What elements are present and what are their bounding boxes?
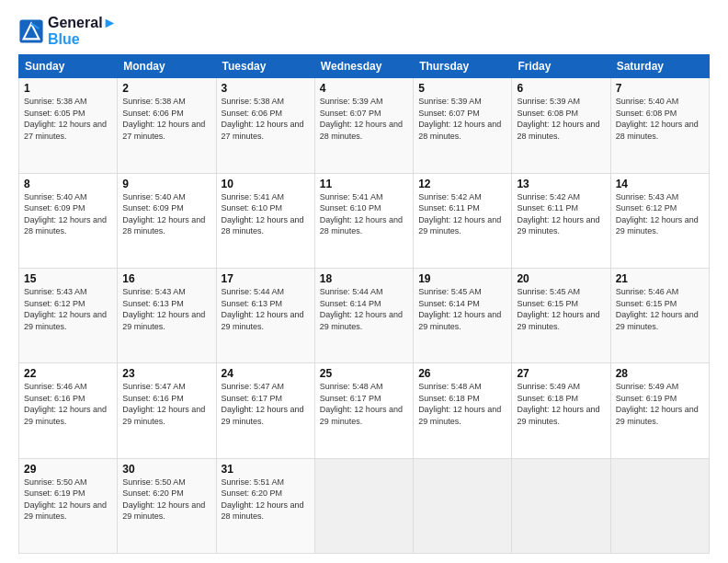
calendar-cell: 23 Sunrise: 5:47 AMSunset: 6:16 PMDaylig… (118, 363, 216, 458)
weekday-header: Friday (512, 55, 610, 78)
calendar-week-row: 8 Sunrise: 5:40 AMSunset: 6:09 PMDayligh… (19, 173, 710, 268)
calendar-cell: 15 Sunrise: 5:43 AMSunset: 6:12 PMDaylig… (19, 268, 118, 362)
day-info: Sunrise: 5:45 AMSunset: 6:15 PMDaylight:… (517, 287, 599, 331)
day-number: 13 (517, 178, 605, 190)
day-info: Sunrise: 5:50 AMSunset: 6:20 PMDaylight:… (122, 477, 205, 522)
calendar-cell: 29 Sunrise: 5:50 AMSunset: 6:19 PMDaylig… (19, 458, 118, 553)
day-info: Sunrise: 5:46 AMSunset: 6:16 PMDaylight:… (24, 382, 107, 426)
logo: General►Blue (18, 15, 117, 47)
calendar-cell: 9 Sunrise: 5:40 AMSunset: 6:09 PMDayligh… (118, 173, 216, 268)
calendar-cell: 5 Sunrise: 5:39 AMSunset: 6:07 PMDayligh… (414, 78, 512, 173)
calendar-cell: 10 Sunrise: 5:41 AMSunset: 6:10 PMDaylig… (216, 173, 314, 268)
calendar-cell: 24 Sunrise: 5:47 AMSunset: 6:17 PMDaylig… (216, 363, 314, 458)
calendar-cell: 25 Sunrise: 5:48 AMSunset: 6:17 PMDaylig… (314, 363, 413, 458)
logo-icon (18, 18, 44, 44)
day-info: Sunrise: 5:40 AMSunset: 6:08 PMDaylight:… (616, 97, 699, 141)
day-number: 28 (616, 367, 704, 380)
calendar-cell: 13 Sunrise: 5:42 AMSunset: 6:11 PMDaylig… (512, 173, 610, 268)
calendar-cell: 1 Sunrise: 5:38 AMSunset: 6:05 PMDayligh… (19, 78, 118, 173)
day-info: Sunrise: 5:39 AMSunset: 6:07 PMDaylight:… (320, 97, 403, 141)
weekday-header: Thursday (414, 55, 512, 78)
calendar-cell (610, 458, 709, 553)
day-info: Sunrise: 5:41 AMSunset: 6:10 PMDaylight:… (320, 192, 403, 236)
calendar-cell: 22 Sunrise: 5:46 AMSunset: 6:16 PMDaylig… (19, 363, 118, 458)
day-info: Sunrise: 5:51 AMSunset: 6:20 PMDaylight:… (222, 477, 304, 522)
page: General►Blue SundayMondayTuesdayWednesda… (0, 0, 728, 563)
day-info: Sunrise: 5:49 AMSunset: 6:18 PMDaylight:… (517, 382, 599, 426)
day-number: 16 (122, 272, 210, 285)
calendar-week-row: 15 Sunrise: 5:43 AMSunset: 6:12 PMDaylig… (19, 268, 710, 362)
day-info: Sunrise: 5:39 AMSunset: 6:08 PMDaylight:… (517, 97, 599, 141)
calendar-cell: 4 Sunrise: 5:39 AMSunset: 6:07 PMDayligh… (314, 78, 413, 173)
day-number: 15 (24, 272, 112, 285)
day-info: Sunrise: 5:46 AMSunset: 6:15 PMDaylight:… (616, 287, 699, 331)
day-number: 14 (616, 178, 704, 190)
logo-text: General►Blue (48, 15, 117, 47)
day-info: Sunrise: 5:39 AMSunset: 6:07 PMDaylight:… (418, 97, 501, 141)
day-number: 1 (24, 82, 112, 95)
calendar-cell (414, 458, 512, 553)
day-info: Sunrise: 5:42 AMSunset: 6:11 PMDaylight:… (418, 192, 501, 236)
day-number: 29 (24, 463, 112, 476)
day-info: Sunrise: 5:43 AMSunset: 6:12 PMDaylight:… (616, 192, 699, 236)
calendar-cell: 18 Sunrise: 5:44 AMSunset: 6:14 PMDaylig… (314, 268, 413, 362)
day-number: 24 (222, 367, 310, 380)
weekday-header: Wednesday (314, 55, 413, 78)
day-info: Sunrise: 5:38 AMSunset: 6:06 PMDaylight:… (122, 97, 205, 141)
calendar-cell: 20 Sunrise: 5:45 AMSunset: 6:15 PMDaylig… (512, 268, 610, 362)
day-number: 8 (24, 178, 112, 190)
calendar-cell: 19 Sunrise: 5:45 AMSunset: 6:14 PMDaylig… (414, 268, 512, 362)
calendar-cell: 7 Sunrise: 5:40 AMSunset: 6:08 PMDayligh… (610, 78, 709, 173)
day-number: 10 (222, 178, 310, 190)
calendar-week-row: 22 Sunrise: 5:46 AMSunset: 6:16 PMDaylig… (19, 363, 710, 458)
calendar-header-row: SundayMondayTuesdayWednesdayThursdayFrid… (19, 55, 710, 78)
day-info: Sunrise: 5:44 AMSunset: 6:14 PMDaylight:… (320, 287, 403, 331)
day-info: Sunrise: 5:47 AMSunset: 6:16 PMDaylight:… (122, 382, 205, 426)
day-info: Sunrise: 5:38 AMSunset: 6:05 PMDaylight:… (24, 97, 107, 141)
logo-line2: Blue (48, 31, 117, 48)
day-info: Sunrise: 5:48 AMSunset: 6:18 PMDaylight:… (418, 382, 501, 426)
logo-line1: General► (48, 15, 117, 31)
day-number: 2 (122, 82, 210, 95)
calendar-cell: 11 Sunrise: 5:41 AMSunset: 6:10 PMDaylig… (314, 173, 413, 268)
day-number: 17 (222, 272, 310, 285)
calendar-table: SundayMondayTuesdayWednesdayThursdayFrid… (18, 54, 710, 554)
calendar-cell: 16 Sunrise: 5:43 AMSunset: 6:13 PMDaylig… (118, 268, 216, 362)
weekday-header: Sunday (19, 55, 118, 78)
calendar-cell: 8 Sunrise: 5:40 AMSunset: 6:09 PMDayligh… (19, 173, 118, 268)
day-info: Sunrise: 5:38 AMSunset: 6:06 PMDaylight:… (222, 97, 304, 141)
day-number: 9 (122, 178, 210, 190)
day-number: 23 (122, 367, 210, 380)
day-info: Sunrise: 5:50 AMSunset: 6:19 PMDaylight:… (24, 477, 107, 522)
calendar-week-row: 29 Sunrise: 5:50 AMSunset: 6:19 PMDaylig… (19, 458, 710, 553)
day-info: Sunrise: 5:43 AMSunset: 6:13 PMDaylight:… (122, 287, 205, 331)
day-number: 4 (320, 82, 408, 95)
day-info: Sunrise: 5:45 AMSunset: 6:14 PMDaylight:… (418, 287, 501, 331)
day-number: 19 (418, 272, 506, 285)
day-info: Sunrise: 5:49 AMSunset: 6:19 PMDaylight:… (616, 382, 699, 426)
weekday-header: Saturday (610, 55, 709, 78)
day-number: 18 (320, 272, 408, 285)
day-number: 22 (24, 367, 112, 380)
calendar-cell: 3 Sunrise: 5:38 AMSunset: 6:06 PMDayligh… (216, 78, 314, 173)
calendar-cell: 26 Sunrise: 5:48 AMSunset: 6:18 PMDaylig… (414, 363, 512, 458)
calendar-cell: 30 Sunrise: 5:50 AMSunset: 6:20 PMDaylig… (118, 458, 216, 553)
header: General►Blue (18, 15, 710, 47)
day-number: 21 (616, 272, 704, 285)
day-info: Sunrise: 5:40 AMSunset: 6:09 PMDaylight:… (122, 192, 205, 236)
day-number: 12 (418, 178, 506, 190)
day-info: Sunrise: 5:44 AMSunset: 6:13 PMDaylight:… (222, 287, 304, 331)
day-number: 31 (222, 463, 310, 476)
calendar-cell: 27 Sunrise: 5:49 AMSunset: 6:18 PMDaylig… (512, 363, 610, 458)
weekday-header: Tuesday (216, 55, 314, 78)
calendar-cell: 2 Sunrise: 5:38 AMSunset: 6:06 PMDayligh… (118, 78, 216, 173)
day-info: Sunrise: 5:42 AMSunset: 6:11 PMDaylight:… (517, 192, 599, 236)
calendar-cell: 21 Sunrise: 5:46 AMSunset: 6:15 PMDaylig… (610, 268, 709, 362)
day-number: 25 (320, 367, 408, 380)
day-number: 11 (320, 178, 408, 190)
calendar-cell: 31 Sunrise: 5:51 AMSunset: 6:20 PMDaylig… (216, 458, 314, 553)
day-info: Sunrise: 5:40 AMSunset: 6:09 PMDaylight:… (24, 192, 107, 236)
day-number: 30 (122, 463, 210, 476)
day-info: Sunrise: 5:47 AMSunset: 6:17 PMDaylight:… (222, 382, 304, 426)
day-info: Sunrise: 5:43 AMSunset: 6:12 PMDaylight:… (24, 287, 107, 331)
